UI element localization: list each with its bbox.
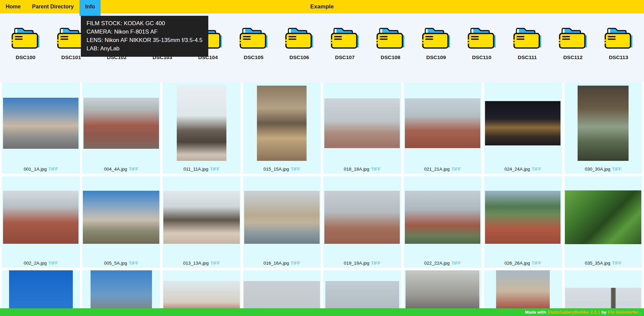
footer-by-text: by xyxy=(601,310,606,315)
thumbnail-wrapper xyxy=(243,82,321,164)
photo-thumbnail[interactable] xyxy=(177,86,226,161)
folder-label: DSC100 xyxy=(16,54,36,60)
folder-item[interactable]: DSC111 xyxy=(505,25,549,60)
footer-made-with-text: Made with xyxy=(525,310,546,315)
thumbnail-wrapper xyxy=(323,176,401,258)
photo-cell: 001_1A.jpg TIFF xyxy=(2,82,80,174)
folder-icon xyxy=(512,25,543,50)
photo-thumbnail[interactable] xyxy=(565,190,641,244)
photo-thumbnail[interactable] xyxy=(257,86,307,161)
tiff-link[interactable]: TIFF xyxy=(451,261,461,266)
folder-item[interactable]: DSC109 xyxy=(414,25,458,60)
photo-thumbnail[interactable] xyxy=(83,191,159,244)
photo-thumbnail[interactable] xyxy=(324,98,400,148)
folder-icon xyxy=(557,25,589,50)
folder-icon xyxy=(329,25,361,50)
folder-label: DSC112 xyxy=(563,54,583,60)
photo-filename: 030_30A.jpg xyxy=(585,167,610,172)
photo-filename: 016_16A.jpg xyxy=(264,261,289,266)
nav-info[interactable]: Info xyxy=(79,0,101,16)
footer-bar: Made with StaticGalleryBuilder 2.3.1 by … xyxy=(0,308,644,316)
tiff-link[interactable]: TIFF xyxy=(290,167,300,172)
tiff-link[interactable]: TIFF xyxy=(371,167,381,172)
photo-thumbnail[interactable] xyxy=(3,191,78,244)
nav-parent-directory[interactable]: Parent Directory xyxy=(26,0,79,13)
photo-filename: 021_21A.jpg xyxy=(424,167,450,172)
folder-item[interactable]: DSC113 xyxy=(597,25,640,60)
photo-cell: 011_11A.jpg TIFF xyxy=(163,82,240,174)
photo-thumbnail[interactable] xyxy=(84,98,159,149)
photo-filename: 004_4A.jpg xyxy=(104,167,127,172)
tiff-link[interactable]: TIFF xyxy=(612,167,622,172)
photo-caption: 015_15A.jpg TIFF xyxy=(243,164,321,174)
folder-label: DSC110 xyxy=(472,54,491,60)
photo-cell: 019_19A.jpg TIFF xyxy=(323,176,401,268)
folder-icon xyxy=(10,25,41,50)
tooltip-line-lens: LENS: Nikon AF NIKKOR 35-135mm f/3.5-4.5 xyxy=(87,36,203,44)
tiff-link[interactable]: TIFF xyxy=(451,167,461,172)
folder-icon xyxy=(283,25,315,50)
tiff-link[interactable]: TIFF xyxy=(532,167,541,172)
photo-caption: 001_1A.jpg TIFF xyxy=(2,164,80,174)
photo-caption: 013_13A.jpg TIFF xyxy=(163,258,240,268)
photo-cell: 022_22A.jpg TIFF xyxy=(404,176,482,268)
tiff-link[interactable]: TIFF xyxy=(612,261,622,266)
folder-item[interactable]: DSC112 xyxy=(551,25,595,60)
photo-filename: 024_24A.jpg xyxy=(504,167,530,172)
photo-caption: 026_26A.jpg TIFF xyxy=(484,258,562,268)
tiff-link[interactable]: TIFF xyxy=(210,261,220,266)
nav-home[interactable]: Home xyxy=(0,0,26,13)
folder-item[interactable]: DSC105 xyxy=(232,25,275,60)
tiff-link[interactable]: TIFF xyxy=(48,261,58,266)
photo-thumbnail[interactable] xyxy=(485,101,560,145)
folder-item[interactable]: DSC100 xyxy=(4,25,47,60)
thumbnail-wrapper xyxy=(484,176,562,258)
photo-filename: 013_13A.jpg xyxy=(183,261,209,266)
folder-label: DSC113 xyxy=(609,54,628,60)
photo-caption: 030_30A.jpg TIFF xyxy=(565,164,642,174)
photo-filename: 001_1A.jpg xyxy=(24,167,47,172)
folder-icon xyxy=(466,25,497,50)
photo-caption: 016_16A.jpg TIFF xyxy=(243,258,321,268)
thumbnail-wrapper xyxy=(404,82,482,164)
tiff-link[interactable]: TIFF xyxy=(129,167,139,172)
folder-label: DSC108 xyxy=(381,54,400,60)
photo-thumbnail[interactable] xyxy=(405,191,480,244)
thumbnail-wrapper xyxy=(163,82,240,164)
tiff-link[interactable]: TIFF xyxy=(129,261,139,266)
thumbnail-wrapper xyxy=(565,176,642,258)
tiff-link[interactable]: TIFF xyxy=(210,167,220,172)
photo-thumbnail[interactable] xyxy=(163,191,240,244)
photo-cell: 016_16A.jpg TIFF xyxy=(243,176,321,268)
tiff-link[interactable]: TIFF xyxy=(290,261,300,266)
tiff-link[interactable]: TIFF xyxy=(48,167,58,172)
photo-thumbnail[interactable] xyxy=(405,98,480,148)
tiff-link[interactable]: TIFF xyxy=(532,261,541,266)
photo-thumbnail[interactable] xyxy=(324,191,400,244)
photo-caption: 022_22A.jpg TIFF xyxy=(404,258,482,268)
folder-item[interactable]: DSC110 xyxy=(460,25,503,60)
folder-item[interactable]: DSC108 xyxy=(369,25,412,60)
tiff-link[interactable]: TIFF xyxy=(371,261,381,266)
thumbnail-wrapper xyxy=(2,82,80,164)
photo-filename: 026_26A.jpg xyxy=(504,261,530,266)
photo-thumbnail[interactable] xyxy=(244,191,320,244)
folder-icon xyxy=(420,25,452,50)
folder-item[interactable]: DSC106 xyxy=(277,25,321,60)
photo-filename: 002_2A.jpg xyxy=(24,261,47,266)
photo-cell: 030_30A.jpg TIFF xyxy=(565,82,642,174)
folder-item[interactable]: DSC107 xyxy=(323,25,367,60)
footer-author-link[interactable]: Flo Greistorfer xyxy=(608,310,638,315)
thumbnail-wrapper xyxy=(565,82,642,164)
photo-thumbnail[interactable] xyxy=(3,98,78,149)
thumbnail-wrapper xyxy=(163,176,240,258)
thumbnail-wrapper xyxy=(243,176,321,258)
tooltip-line-camera: CAMERA: Nikon F-801S AF xyxy=(87,28,203,36)
photo-thumbnail[interactable] xyxy=(578,86,629,161)
footer-generator-link[interactable]: StaticGalleryBuilder 2.3.1 xyxy=(547,310,600,315)
photo-caption: 021_21A.jpg TIFF xyxy=(404,164,482,174)
photo-cell: 005_5A.jpg TIFF xyxy=(83,176,160,268)
photo-cell: 015_15A.jpg TIFF xyxy=(243,82,321,174)
photo-caption: 024_24A.jpg TIFF xyxy=(484,164,562,174)
photo-thumbnail[interactable] xyxy=(485,191,560,244)
